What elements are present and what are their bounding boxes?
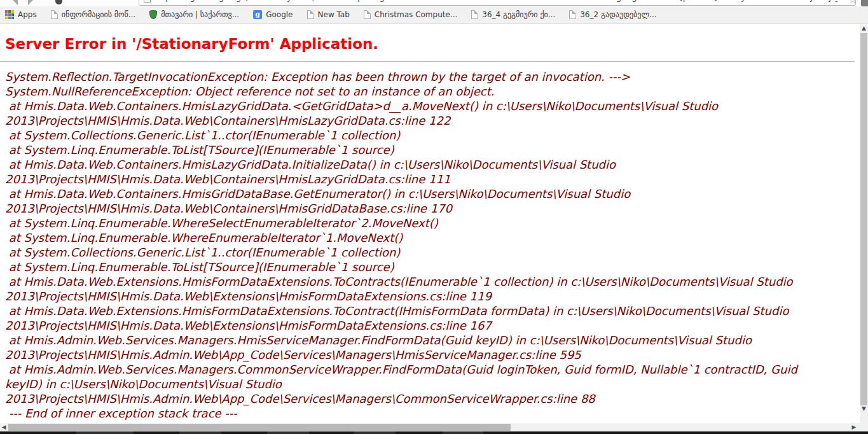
bookmark-label: New Tab [318, 10, 350, 19]
page-icon [307, 10, 314, 19]
stack-trace-line: at System.Linq.Enumerable.ToList[TSource… [5, 260, 860, 274]
shield-icon [149, 10, 157, 19]
page-icon [144, 0, 151, 3]
stack-trace-line: System.NullReferenceException: Object re… [5, 84, 860, 99]
stack-trace-line: at System.Linq.Enumerable.WhereSelectEnu… [5, 216, 860, 230]
vertical-scrollbar-thumb[interactable] [860, 33, 867, 405]
back-button[interactable] [5, 0, 18, 5]
bookmark-item[interactable]: მთავარი | საქართვ... [149, 10, 239, 19]
browser-toolbar: reporting.moh.gov.ge/StationaryForm/Defa… [0, 0, 868, 6]
page-title: Server Error in '/StationaryForm' Applic… [5, 36, 860, 52]
stack-trace-line: at System.Collections.Generic.List`1..ct… [5, 245, 860, 260]
stack-trace-line: System.Reflection.TargetInvocationExcept… [5, 69, 860, 84]
stack-trace-line: 2013\Projects\HMIS\Hmis.Data.Web\Extensi… [5, 318, 860, 333]
bookmark-label: Apps [18, 10, 37, 19]
scroll-down-icon[interactable]: ▼ [860, 405, 868, 413]
stack-trace-line: at Hmis.Data.Web.Containers.HmisLazyGrid… [5, 157, 860, 172]
stack-trace-line: 2013\Projects\HMIS\Hmis.Data.Web\Contain… [5, 201, 860, 216]
stack-trace-line: --- End of inner exception stack trace -… [5, 406, 860, 421]
stack-trace: System.Reflection.TargetInvocationExcept… [5, 69, 860, 421]
stack-trace-line: at Hmis.Data.Web.Extensions.HmisFormData… [5, 274, 860, 289]
stack-trace-line: keyID) in c:\Users\Niko\Documents\Visual… [5, 377, 860, 391]
bookmark-item[interactable]: Christmas Compute... [364, 10, 457, 19]
stack-trace-line: at Hmis.Admin.Web.Services.Managers.Hmis… [5, 333, 860, 347]
scroll-left-icon[interactable]: ◀ [0, 423, 8, 431]
stack-trace-line: at Hmis.Data.Web.Containers.HmisGridData… [5, 186, 860, 201]
vertical-scrollbar[interactable]: ▲ ▼ [860, 24, 868, 423]
stack-trace-line: at System.Collections.Generic.List`1..ct… [5, 128, 860, 143]
horizontal-scrollbar[interactable]: ◀ ▶ [0, 423, 868, 431]
bookmark-item[interactable]: ინფორმაციის მოწ... [51, 10, 135, 19]
stack-trace-line: at Hmis.Data.Web.Extensions.HmisFormData… [5, 304, 860, 318]
bookmarks-bar: Appsინფორმაციის მოწ...მთავარი | საქართვ.… [0, 6, 868, 24]
bookmark-label: ინფორმაციის მოწ... [62, 10, 135, 19]
bookmark-label: Google [266, 10, 293, 19]
stack-trace-line: 2013\Projects\HMIS\Hmis.Data.Web\Extensi… [5, 289, 860, 304]
divider [0, 61, 855, 62]
bookmark-label: მთავარი | საქართვ... [161, 10, 239, 19]
stack-trace-line: at System.Linq.Enumerable.ToList[TSource… [5, 143, 860, 157]
bookmark-item[interactable]: 36_4 გეგმიური ქი... [471, 10, 555, 19]
stack-trace-line: 2013\Projects\HMIS\Hmis.Data.Web\Contain… [5, 172, 860, 186]
bookmark-item[interactable]: 36_2 გადაუდებელ... [569, 10, 656, 19]
chrome-menu-button[interactable] [861, 0, 868, 6]
bookmark-label: 36_4 გეგმიური ქი... [482, 10, 555, 19]
taskbar[interactable] [0, 431, 868, 434]
stack-trace-line: 2013\Projects\HMIS\Hmis.Admin.Web\App_Co… [5, 347, 860, 362]
url-text[interactable]: reporting.moh.gov.ge/StationaryForm/Defa… [157, 0, 837, 2]
page-icon [364, 10, 371, 19]
horizontal-scrollbar-thumb[interactable] [8, 424, 511, 431]
scroll-right-icon[interactable]: ▶ [850, 423, 858, 431]
bookmark-label: Christmas Compute... [375, 10, 457, 19]
page-icon [471, 10, 478, 19]
stack-trace-line: at Hmis.Admin.Web.Services.Managers.Comm… [5, 362, 860, 377]
error-page: Server Error in '/StationaryForm' Applic… [0, 24, 860, 423]
apps-grid-icon [5, 10, 14, 19]
bookmark-item[interactable]: gGoogle [253, 10, 293, 19]
stack-trace-line: 2013\Projects\HMIS\Hmis.Data.Web\Contain… [5, 113, 860, 128]
stack-trace-line: at System.Linq.Enumerable.WhereEnumerabl… [5, 230, 860, 245]
stack-trace-line: at Hmis.Data.Web.Containers.HmisLazyGrid… [5, 99, 860, 113]
reload-button[interactable] [55, 0, 62, 4]
bookmark-item[interactable]: Apps [5, 10, 37, 19]
page-icon [51, 10, 58, 19]
bookmark-star-icon[interactable]: ☆ [848, 0, 857, 6]
stack-trace-line: 2013\Projects\HMIS\Hmis.Admin.Web\App_Co… [5, 391, 860, 406]
bookmark-item[interactable]: New Tab [307, 10, 350, 19]
bookmark-label: 36_2 გადაუდებელ... [580, 10, 656, 19]
page-icon [569, 10, 576, 19]
google-favicon: g [253, 10, 262, 19]
address-bar[interactable]: reporting.moh.gov.ge/StationaryForm/Defa… [139, 0, 856, 6]
scroll-up-icon[interactable]: ▲ [860, 24, 868, 32]
forward-button[interactable] [28, 0, 41, 5]
